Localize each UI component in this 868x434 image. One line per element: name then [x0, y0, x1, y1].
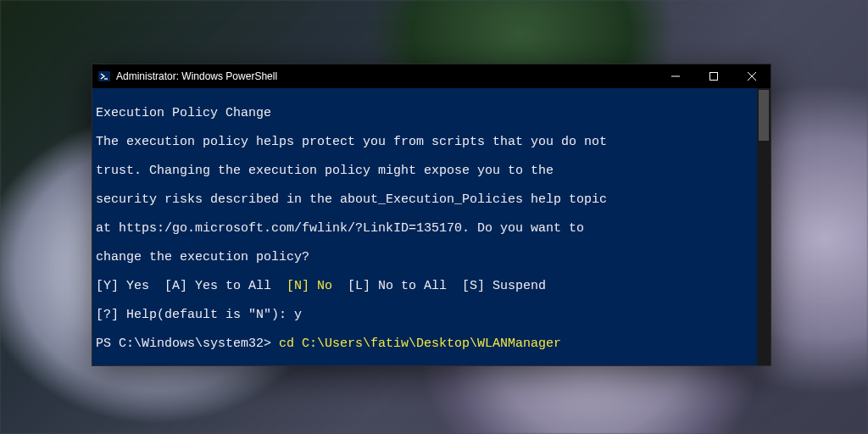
prompt: PS C:\Windows\system32>: [96, 337, 279, 351]
window-title: Administrator: Windows PowerShell: [116, 70, 277, 82]
powershell-icon: [97, 70, 111, 83]
term-line: at https:/go.microsoft.com/fwlink/?LinkI…: [96, 221, 765, 236]
powershell-window: Administrator: Windows PowerShell Execut…: [92, 64, 771, 366]
term-line: The execution policy helps protect you f…: [96, 135, 765, 149]
titlebar[interactable]: Administrator: Windows PowerShell: [92, 64, 771, 88]
term-line: change the execution policy?: [96, 250, 765, 264]
svg-rect-3: [709, 73, 717, 81]
close-button[interactable]: [732, 64, 771, 88]
term-line: trust. Changing the execution policy mig…: [96, 164, 765, 178]
term-line: [?] Help(default is "N"): y: [96, 308, 765, 322]
default-choice: [N] No: [287, 279, 332, 293]
vertical-scrollbar[interactable]: [757, 88, 771, 365]
term-line: security risks described in the about_Ex…: [96, 192, 765, 207]
terminal-area[interactable]: Execution Policy Change The execution po…: [92, 88, 771, 365]
term-line: PS C:\Windows\system32> cd C:\Users\fati…: [96, 337, 765, 351]
term-line: Execution Policy Change: [96, 106, 765, 120]
typed-command: cd C:\Users\fatiw\Desktop\WLANManager: [279, 337, 561, 351]
term-line: [Y] Yes [A] Yes to All [N] No [L] No to …: [96, 279, 765, 293]
maximize-button[interactable]: [694, 64, 732, 88]
minimize-button[interactable]: [656, 64, 694, 88]
scrollbar-thumb[interactable]: [759, 90, 769, 141]
